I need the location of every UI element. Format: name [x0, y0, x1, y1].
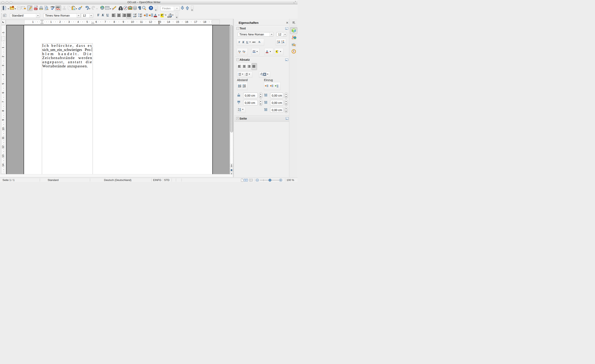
svg-text:II: II — [245, 74, 246, 76]
svg-text:1: 1 — [2, 32, 5, 33]
svg-text:17: 17 — [194, 20, 197, 23]
svg-text:5: 5 — [2, 83, 5, 84]
svg-text:1: 1 — [50, 20, 52, 23]
svg-text:V: V — [254, 50, 255, 52]
svg-text:A: A — [244, 50, 246, 52]
svg-text:K: K — [242, 41, 245, 44]
svg-text:A: A — [278, 41, 280, 43]
svg-text:4: 4 — [2, 74, 5, 75]
svg-text:A: A — [154, 13, 156, 17]
svg-text:14: 14 — [167, 20, 170, 23]
svg-text:13: 13 — [2, 155, 5, 157]
svg-text:1: 1 — [2, 47, 5, 48]
svg-text:2: 2 — [2, 56, 5, 57]
svg-text:A: A — [258, 40, 260, 43]
svg-text:3: 3 — [2, 65, 5, 66]
svg-text:8: 8 — [2, 110, 5, 112]
svg-text:10: 10 — [2, 128, 5, 130]
svg-text:U: U — [246, 40, 248, 43]
svg-text:1: 1 — [32, 20, 34, 23]
svg-text:6: 6 — [96, 20, 97, 23]
svg-text:?: ? — [150, 7, 152, 10]
svg-text:16: 16 — [185, 20, 188, 23]
svg-text:I: I — [133, 13, 134, 15]
svg-text:ABC: ABC — [56, 6, 60, 8]
svg-text:PDF: PDF — [34, 8, 37, 10]
svg-text:12: 12 — [2, 145, 5, 148]
svg-text:15: 15 — [176, 20, 179, 23]
svg-text:7: 7 — [104, 20, 106, 23]
svg-text:5: 5 — [86, 20, 88, 23]
svg-text:A: A — [283, 41, 284, 43]
svg-text:18: 18 — [203, 20, 206, 23]
svg-text:14: 14 — [2, 164, 5, 166]
svg-text:A: A — [266, 50, 268, 52]
svg-text:6: 6 — [2, 92, 5, 93]
svg-text:N: N — [294, 50, 294, 51]
svg-text:9: 9 — [123, 20, 124, 23]
svg-text:11: 11 — [2, 137, 5, 140]
svg-text:A: A — [253, 50, 254, 52]
svg-text:4: 4 — [77, 20, 79, 23]
svg-text:7: 7 — [2, 101, 5, 102]
svg-text:3: 3 — [68, 20, 70, 23]
svg-text:A: A — [240, 50, 241, 52]
svg-text:12: 12 — [149, 20, 152, 23]
svg-text:2: 2 — [59, 20, 61, 23]
svg-text:F: F — [239, 40, 240, 43]
svg-text:I: I — [245, 73, 245, 74]
svg-text:11: 11 — [140, 20, 143, 23]
svg-text:II: II — [133, 15, 135, 18]
svg-text:9: 9 — [2, 119, 5, 121]
svg-text:8: 8 — [113, 20, 115, 23]
svg-text:10: 10 — [131, 20, 134, 23]
